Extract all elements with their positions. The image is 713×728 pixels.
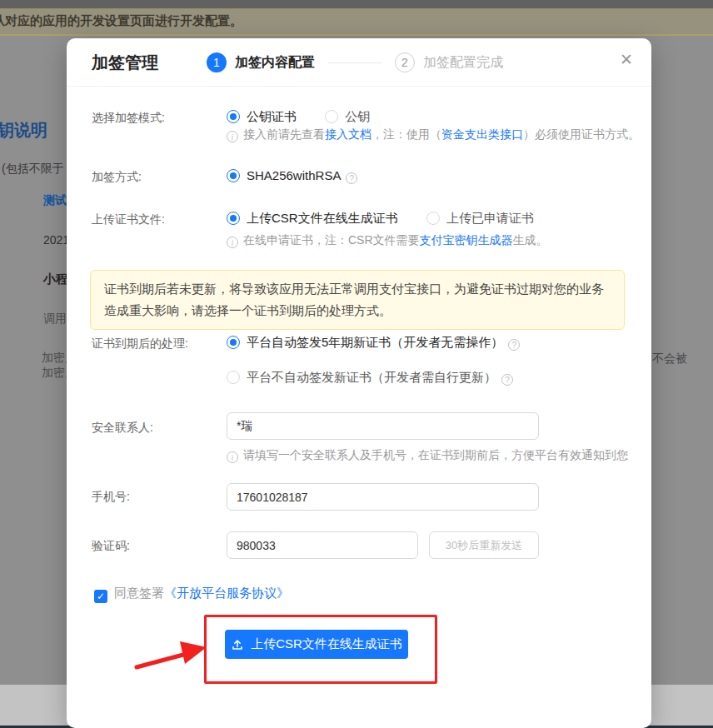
- help-icon[interactable]: ?: [508, 339, 520, 351]
- radio-public-key-cert[interactable]: [227, 110, 240, 123]
- mode-radio-group: 公钥证书 公钥: [227, 109, 370, 125]
- background-top-bar: [0, 0, 713, 9]
- radio-label[interactable]: 公钥: [345, 109, 370, 123]
- sign-type-radio-group: SHA256withRSA?: [227, 168, 357, 184]
- key-generator-link[interactable]: 支付宝密钥生成器: [420, 233, 513, 247]
- bg-text-fragment: 不会被: [652, 352, 687, 366]
- note-text: 生成。: [513, 233, 548, 247]
- step-indicator: 1 加签内容配置 2 加签配置完成: [207, 52, 503, 72]
- note-text: 接入前请先查看: [243, 127, 325, 141]
- cert-upload-radio-group: 上传CSR文件在线生成证书 上传已申请证书: [227, 211, 534, 227]
- radio-sha256[interactable]: [227, 169, 240, 182]
- contact-note: i请填写一个安全联系人及手机号，在证书到期前后，方便平台有效通知到您: [227, 448, 628, 463]
- agreement-text: 同意签署: [114, 586, 164, 600]
- upload-csr-button-label: 上传CSR文件在线生成证书: [251, 636, 402, 652]
- radio-label[interactable]: 上传CSR文件在线生成证书: [247, 211, 398, 225]
- cert-expiry-warning: 证书到期后若未更新，将导致该应用无法正常调用支付宝接口，为避免证书过期对您的业务…: [90, 270, 625, 330]
- background-alert-banner: 从对应的应用的开发设置页面进行开发配置。: [0, 9, 713, 36]
- expiry-label: 证书到期后的处理:: [92, 337, 188, 352]
- mode-note: i接入前请先查看接入文档，注：使用（资金支出类接口）必须使用证书方式。: [227, 127, 640, 142]
- step-1-label: 加签内容配置: [235, 54, 315, 72]
- code-input[interactable]: [227, 531, 418, 559]
- expiry-option-manual: 平台不自动签发新证书（开发者需自行更新）?: [227, 370, 513, 386]
- radio-public-key[interactable]: [325, 110, 338, 123]
- resend-code-button[interactable]: 30秒后重新发送: [429, 531, 539, 559]
- step-connector-line: [328, 62, 381, 63]
- radio-label[interactable]: SHA256withRSA: [247, 168, 341, 182]
- contact-input[interactable]: [227, 412, 539, 440]
- signature-management-modal: 加签管理 1 加签内容配置 2 加签配置完成 ✕ 选择加签模式: 公钥证书 公钥…: [67, 38, 651, 728]
- step-2-label: 加签配置完成: [423, 54, 503, 72]
- cert-upload-note: i在线申请证书，注：CSR文件需要支付宝密钥生成器生成。: [227, 233, 548, 248]
- step-2-circle: 2: [395, 52, 415, 72]
- note-text: ）必须使用证书方式。: [523, 127, 640, 141]
- help-icon[interactable]: ?: [501, 374, 513, 386]
- radio-upload-csr[interactable]: [227, 212, 240, 225]
- annotation-arrow: [133, 633, 210, 671]
- radio-upload-existing[interactable]: [426, 212, 440, 225]
- step-1-circle: 1: [207, 52, 227, 72]
- note-text: 在线申请证书，注：CSR文件需要: [243, 233, 420, 247]
- agreement-link[interactable]: 《开放平台服务协议》: [164, 586, 289, 600]
- expiry-option-auto: 平台自动签发5年期新证书（开发者无需操作）?: [227, 335, 520, 351]
- fund-api-link[interactable]: 资金支出类接口: [441, 127, 523, 141]
- agreement-row: ✓同意签署《开放平台服务协议》: [94, 586, 289, 603]
- note-text: 请填写一个安全联系人及手机号，在证书到期前后，方便平台有效通知到您: [243, 448, 628, 461]
- mode-label: 选择加签模式:: [92, 111, 165, 126]
- radio-auto-renew[interactable]: [227, 336, 240, 349]
- phone-input[interactable]: [227, 483, 539, 511]
- code-label: 验证码:: [92, 539, 130, 554]
- radio-label[interactable]: 平台自动签发5年期新证书（开发者无需操作）: [247, 335, 503, 349]
- radio-label[interactable]: 上传已申请证书: [446, 211, 534, 225]
- modal-title: 加签管理: [92, 52, 158, 74]
- contact-label: 安全联系人:: [92, 421, 153, 436]
- sign-type-label: 加签方式:: [92, 170, 142, 185]
- screenshot-root: 从对应的应用的开发设置页面进行开发配置。 钥说明 (包括不限于 测试设 2021…: [0, 0, 713, 728]
- bg-text-fragment: (包括不限于: [2, 162, 64, 177]
- close-icon[interactable]: ✕: [620, 52, 633, 67]
- bg-text-fragment: 钥说明: [0, 119, 47, 142]
- phone-label: 手机号:: [92, 490, 130, 505]
- access-doc-link[interactable]: 接入文档: [325, 127, 371, 141]
- modal-header: 加签管理 1 加签内容配置 2 加签配置完成 ✕: [67, 38, 651, 87]
- radio-label[interactable]: 公钥证书: [247, 109, 297, 123]
- background-alert-text: 从对应的应用的开发设置页面进行开发配置。: [0, 13, 242, 29]
- cert-upload-label: 上传证书文件:: [92, 212, 165, 227]
- info-icon: i: [227, 237, 238, 248]
- note-text: ，注：使用（: [371, 127, 441, 141]
- agreement-checkbox[interactable]: ✓: [94, 590, 107, 603]
- radio-label[interactable]: 平台不自动签发新证书（开发者需自行更新）: [247, 370, 496, 384]
- help-icon[interactable]: ?: [346, 172, 357, 184]
- info-icon: i: [227, 451, 238, 463]
- info-icon: i: [227, 131, 238, 142]
- upload-csr-button[interactable]: 上传CSR文件在线生成证书: [225, 630, 408, 659]
- radio-manual-renew[interactable]: [227, 371, 240, 384]
- upload-icon: [231, 638, 244, 651]
